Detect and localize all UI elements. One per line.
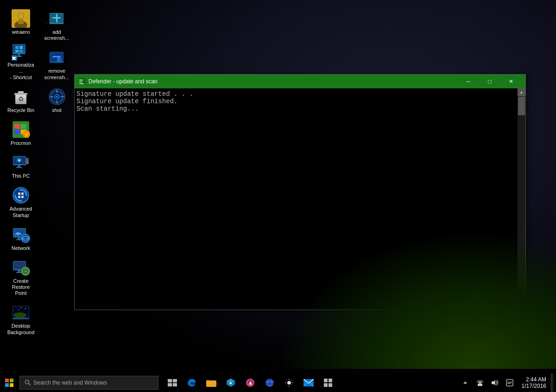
show-desktop-button[interactable]	[551, 373, 554, 392]
svg-text:★: ★	[18, 158, 21, 162]
desktop-icon-advanced-startup[interactable]: Advanced Startup	[5, 184, 37, 220]
add-screenshot-icon	[48, 9, 66, 28]
svg-rect-44	[18, 196, 20, 198]
svg-line-104	[29, 384, 31, 386]
desktop-icon-add-screenshot[interactable]: add screensh...	[41, 7, 73, 44]
cmd-scrollbar[interactable]: ▲ ▼	[518, 88, 525, 310]
notifications-tray-icon[interactable]	[503, 373, 517, 392]
start-button[interactable]	[0, 373, 19, 392]
svg-rect-14	[19, 50, 23, 52]
svg-point-48	[17, 234, 19, 236]
svg-rect-33	[16, 167, 22, 168]
desktop-icon-desktop-background[interactable]: Desktop Background	[5, 301, 37, 337]
desktop-icon-network[interactable]: Network	[5, 223, 37, 254]
cmd-titlebar: Defender - update and scan ─ □ ✕	[75, 75, 525, 88]
search-icon	[25, 380, 31, 386]
settings-button[interactable]	[280, 373, 298, 392]
show-hidden-icons-button[interactable]	[458, 373, 472, 392]
cmd-maximize-button[interactable]: □	[479, 75, 500, 88]
volume-icon	[491, 380, 499, 386]
volume-tray-icon[interactable]	[488, 373, 502, 392]
search-box[interactable]: Search the web and Windows	[19, 376, 158, 390]
desktop-icon-create-restore[interactable]: CreateRestore Point	[5, 256, 37, 299]
scrollbar-track[interactable]	[518, 96, 525, 302]
desktop-icon-personaliza[interactable]: Personaliza...- Shortcut	[5, 40, 37, 83]
svg-rect-133	[507, 382, 512, 383]
svg-rect-124	[324, 379, 328, 382]
edge-button[interactable]	[183, 373, 201, 392]
this-pc-icon: ★	[12, 153, 30, 172]
task-view-button[interactable]	[163, 373, 182, 392]
desktop-icon-remove-screenshot[interactable]: remove screensh...	[41, 46, 73, 82]
shot-label: shot	[52, 107, 62, 113]
svg-rect-127	[329, 383, 332, 387]
svg-point-70	[20, 307, 21, 308]
desktop-icon-this-pc[interactable]: ★ This PC	[5, 151, 37, 181]
svg-rect-77	[56, 14, 57, 22]
clock-time: 2:44 AM	[526, 376, 546, 383]
clock-display[interactable]: 2:44 AM 1/17/2016	[518, 373, 550, 392]
mail-icon	[303, 379, 314, 386]
svg-rect-63	[24, 274, 27, 275]
cmd-body: Signature update started . . . Signature…	[75, 88, 525, 310]
taskbar-app2-button[interactable]	[260, 373, 279, 392]
network-tray-icon	[476, 380, 484, 386]
scrollbar-up-arrow[interactable]: ▲	[518, 88, 525, 96]
taskbar-right: 2:44 AM 1/17/2016	[458, 373, 556, 392]
svg-rect-32	[18, 165, 20, 167]
svg-rect-43	[21, 193, 24, 195]
procmon-icon: ⚡	[12, 120, 30, 139]
desktop-icon-winaero[interactable]: winaero	[5, 7, 37, 37]
svg-rect-134	[507, 383, 511, 384]
desktop-icons-container: winaero	[2, 5, 76, 352]
network-tray-icon[interactable]	[473, 373, 487, 392]
desktop-icon-procmon[interactable]: ⚡ Procmon	[5, 118, 37, 149]
svg-rect-98	[79, 83, 84, 84]
cmd-close-button[interactable]: ✕	[500, 75, 522, 88]
task-view-icon	[168, 379, 177, 386]
svg-rect-37	[26, 162, 28, 162]
svg-rect-65	[28, 270, 30, 273]
network-label: Network	[12, 245, 30, 251]
cmd-minimize-button[interactable]: ─	[458, 75, 479, 88]
svg-rect-106	[173, 379, 177, 382]
svg-rect-101	[5, 383, 9, 387]
desktop: winaero	[0, 0, 556, 392]
svg-rect-36	[26, 158, 29, 164]
cmd-controls: ─ □ ✕	[458, 75, 522, 88]
svg-rect-49	[18, 237, 20, 239]
cmd-titlebar-icon	[78, 78, 86, 85]
svg-rect-8	[13, 44, 25, 53]
desktop-icon-recycle-bin[interactable]: ♻ Recycle Bin	[5, 85, 37, 116]
advanced-startup-label: Advanced Startup	[7, 206, 35, 218]
store-button[interactable]	[221, 373, 240, 392]
svg-point-117	[266, 380, 269, 383]
taskbar-app1-button[interactable]: ♟	[241, 373, 259, 392]
taskbar-app3-button[interactable]	[319, 373, 337, 392]
svg-text:♻: ♻	[18, 95, 24, 103]
svg-rect-11	[15, 46, 19, 49]
remove-screenshot-icon	[48, 48, 66, 67]
svg-point-71	[18, 310, 19, 311]
scrollbar-down-arrow[interactable]: ▼	[518, 302, 525, 310]
svg-rect-125	[329, 379, 332, 382]
scrollbar-thumb[interactable]	[518, 97, 525, 115]
svg-rect-105	[168, 379, 172, 382]
svg-rect-112	[230, 382, 231, 385]
svg-rect-20	[18, 91, 24, 93]
svg-rect-24	[21, 124, 26, 129]
svg-rect-132	[506, 380, 513, 386]
cmd-line-3: Scan starting...	[76, 105, 516, 112]
cmd-title-text: Defender - update and scan	[88, 78, 458, 85]
store-icon	[226, 378, 235, 387]
desktop-icon-shot[interactable]: shot	[41, 85, 73, 116]
file-explorer-button[interactable]	[202, 373, 221, 392]
svg-rect-23	[14, 124, 20, 129]
mail-button[interactable]	[299, 373, 318, 392]
winaero-icon	[12, 9, 30, 28]
svg-text:⚡: ⚡	[24, 131, 30, 137]
svg-text:♟: ♟	[248, 380, 253, 386]
advanced-startup-icon	[12, 186, 30, 205]
svg-rect-50	[16, 239, 22, 240]
svg-rect-78	[50, 23, 63, 24]
